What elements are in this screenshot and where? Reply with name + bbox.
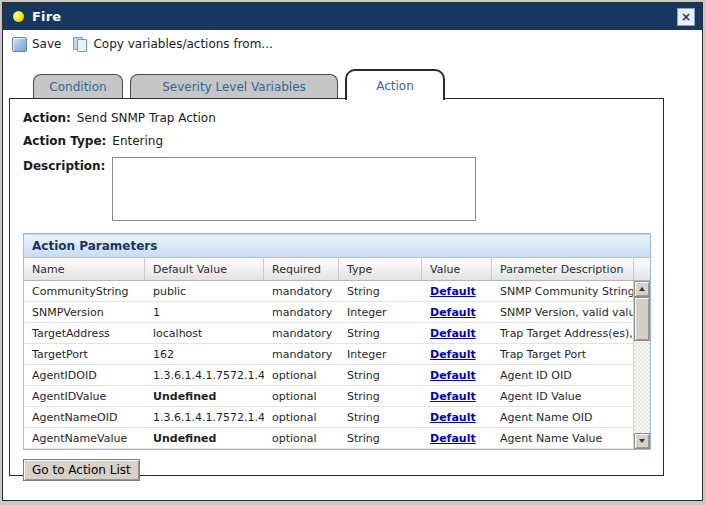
arrow-down-icon <box>639 439 645 443</box>
default-link[interactable]: Default <box>430 390 476 403</box>
default-link[interactable]: Default <box>430 306 476 319</box>
param-type: String <box>339 281 422 301</box>
table-row: TargetPort 162 mandatory Integer Default… <box>24 344 633 365</box>
copy-pages-icon <box>73 37 88 52</box>
description-label: Description: <box>23 157 100 173</box>
param-value-cell: Default <box>422 344 492 364</box>
param-name: AgentNameValue <box>24 428 145 448</box>
param-type: String <box>339 365 422 385</box>
param-default-value: public <box>145 281 264 301</box>
action-label: Action: <box>23 111 71 125</box>
param-default-value: Undefined <box>145 428 264 448</box>
param-description: Agent Name OID <box>492 407 633 427</box>
default-link[interactable]: Default <box>430 285 476 298</box>
table-row: AgentNameValue Undefined optional String… <box>24 428 633 449</box>
fire-icon <box>13 11 24 22</box>
screen-background: Fire Save Copy variables/actions from...… <box>0 0 706 505</box>
action-type-row: Action Type: Entering <box>23 134 650 148</box>
go-to-action-list-button[interactable]: Go to Action List <box>23 459 140 481</box>
column-header-type[interactable]: Type <box>339 258 422 280</box>
default-link[interactable]: Default <box>430 411 476 424</box>
vertical-scrollbar[interactable] <box>633 281 650 449</box>
param-value-cell: Default <box>422 302 492 322</box>
tab-severity-level-variables[interactable]: Severity Level Variables <box>130 74 338 99</box>
default-link[interactable]: Default <box>430 432 476 445</box>
param-description: Trap Target Port <box>492 344 633 364</box>
param-default-value: 162 <box>145 344 264 364</box>
close-icon <box>681 11 691 23</box>
param-value-cell: Default <box>422 281 492 301</box>
column-header-parameter-description[interactable]: Parameter Description <box>492 258 633 280</box>
close-button[interactable] <box>677 8 695 26</box>
param-type: Integer <box>339 344 422 364</box>
param-default-value: 1.3.6.1.4.1.7572.1.4.3 <box>145 365 264 385</box>
param-required: optional <box>264 428 339 448</box>
param-default-value: 1 <box>145 302 264 322</box>
action-type-label: Action Type: <box>23 134 106 148</box>
param-type: String <box>339 407 422 427</box>
param-type: String <box>339 386 422 406</box>
table-row: AgentNameOID 1.3.6.1.4.1.7572.1.4.4 opti… <box>24 407 633 428</box>
param-value-cell: Default <box>422 407 492 427</box>
action-value: Send SNMP Trap Action <box>77 111 216 125</box>
table-row: TargetAddress localhost mandatory String… <box>24 323 633 344</box>
param-description: SNMP Version, valid values o <box>492 302 633 322</box>
tab-action[interactable]: Action <box>345 69 445 100</box>
param-required: mandatory <box>264 281 339 301</box>
column-header-required[interactable]: Required <box>264 258 339 280</box>
scrollbar-track[interactable] <box>634 297 650 433</box>
param-description: Agent Name Value <box>492 428 633 448</box>
column-header-value[interactable]: Value <box>422 258 492 280</box>
param-required: mandatory <box>264 323 339 343</box>
description-textarea[interactable] <box>112 157 476 221</box>
param-table-header: Name Default Value Required Type Value P… <box>24 258 650 281</box>
arrow-up-icon <box>639 287 645 291</box>
param-name: SNMPVersion <box>24 302 145 322</box>
table-row: AgentIDOID 1.3.6.1.4.1.7572.1.4.3 option… <box>24 365 633 386</box>
table-row: SNMPVersion 1 mandatory Integer Default … <box>24 302 633 323</box>
param-type: String <box>339 428 422 448</box>
param-description: Agent ID OID <box>492 365 633 385</box>
param-value-cell: Default <box>422 365 492 385</box>
param-name: TargetAddress <box>24 323 145 343</box>
param-required: mandatory <box>264 302 339 322</box>
param-value-cell: Default <box>422 428 492 448</box>
action-parameters-panel: Action Parameters Name Default Value Req… <box>23 233 651 450</box>
param-required: mandatory <box>264 344 339 364</box>
column-header-name[interactable]: Name <box>24 258 145 280</box>
param-required: optional <box>264 386 339 406</box>
column-header-filler <box>633 258 650 280</box>
param-description: Trap Target Address(es), cor <box>492 323 633 343</box>
param-description: Agent ID Value <box>492 386 633 406</box>
save-label: Save <box>32 37 61 51</box>
param-name: AgentIDOID <box>24 365 145 385</box>
param-value-cell: Default <box>422 323 492 343</box>
default-link[interactable]: Default <box>430 327 476 340</box>
default-link[interactable]: Default <box>430 369 476 382</box>
param-value-cell: Default <box>422 386 492 406</box>
save-button[interactable]: Save <box>12 37 61 52</box>
copy-label: Copy variables/actions from... <box>93 37 272 51</box>
param-type: String <box>339 323 422 343</box>
param-table-body: CommunityString public mandatory String … <box>24 281 633 449</box>
default-link[interactable]: Default <box>430 348 476 361</box>
copy-page-front <box>77 39 87 52</box>
param-name: TargetPort <box>24 344 145 364</box>
fire-dialog-window: Fire Save Copy variables/actions from...… <box>2 2 703 501</box>
title-bar: Fire <box>3 3 702 30</box>
scroll-down-button[interactable] <box>634 433 650 449</box>
scrollbar-thumb[interactable] <box>634 297 650 341</box>
tab-condition[interactable]: Condition <box>33 74 123 99</box>
action-parameters-title: Action Parameters <box>24 234 650 258</box>
param-default-value: Undefined <box>145 386 264 406</box>
toolbar: Save Copy variables/actions from... <box>3 30 702 58</box>
param-name: CommunityString <box>24 281 145 301</box>
action-type-value: Entering <box>112 134 163 148</box>
column-header-default-value[interactable]: Default Value <box>145 258 264 280</box>
copy-variables-button[interactable]: Copy variables/actions from... <box>73 37 272 52</box>
window-title: Fire <box>32 9 61 24</box>
scroll-up-button[interactable] <box>634 281 650 297</box>
param-required: optional <box>264 365 339 385</box>
action-row: Action: Send SNMP Trap Action <box>23 111 650 125</box>
param-name: AgentIDValue <box>24 386 145 406</box>
